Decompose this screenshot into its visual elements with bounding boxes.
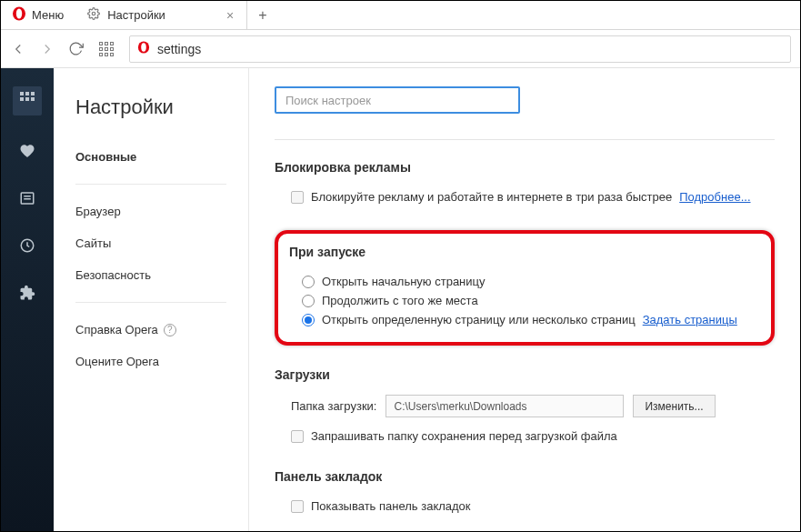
download-folder-label: Папка загрузки:: [291, 399, 376, 413]
opera-logo-icon: [12, 6, 26, 24]
section-title: При запуске: [285, 245, 764, 259]
new-tab-button[interactable]: +: [247, 7, 277, 24]
checkbox-icon[interactable]: [291, 191, 304, 204]
download-folder-input[interactable]: C:\Users\merku\Downloads: [385, 395, 624, 417]
svg-point-2: [92, 12, 95, 15]
startup-radio-1[interactable]: Открыть начальную страницу: [285, 272, 764, 291]
section-adblock: Блокировка рекламы Блокируйте рекламу и …: [275, 160, 775, 206]
nav-item-browser[interactable]: Браузер: [75, 196, 226, 227]
nav-item-main[interactable]: Основные: [75, 141, 226, 173]
section-bookmarks-bar: Панель закладок Показывать панель заклад…: [275, 469, 775, 516]
radio-icon[interactable]: [302, 276, 315, 288]
radio-icon[interactable]: [302, 314, 315, 326]
radio-icon[interactable]: [302, 295, 315, 307]
section-title: Блокировка рекламы: [275, 160, 775, 175]
startup-radio-2[interactable]: Продолжить с того же места: [285, 291, 764, 310]
titlebar: Меню Настройки × +: [1, 1, 800, 30]
search-input[interactable]: Поиск настроек: [275, 86, 520, 114]
download-ask-checkbox-row[interactable]: Запрашивать папку сохранения перед загру…: [275, 427, 775, 446]
reload-button[interactable]: [68, 41, 84, 56]
divider: [75, 302, 226, 303]
divider: [75, 184, 226, 185]
menu-label: Меню: [32, 8, 64, 22]
nav-item-help[interactable]: Справка Opera ?: [75, 314, 226, 346]
svg-rect-6: [25, 92, 29, 95]
divider: [275, 139, 775, 140]
bookmarks-bar-checkbox-row[interactable]: Показывать панель закладок: [275, 497, 775, 516]
checkbox-icon[interactable]: [291, 500, 304, 513]
page-title: Настройки: [75, 95, 226, 119]
section-title: Загрузки: [275, 367, 775, 382]
rail-news-icon[interactable]: [19, 190, 35, 210]
svg-rect-8: [20, 97, 24, 101]
speed-dial-button[interactable]: [96, 39, 116, 59]
address-text: settings: [157, 42, 201, 56]
back-button[interactable]: [10, 41, 26, 57]
tab-settings[interactable]: Настройки ×: [75, 1, 247, 29]
section-startup-highlight: При запуске Открыть начальную страницу П…: [275, 230, 775, 346]
svg-point-1: [16, 9, 22, 19]
close-icon[interactable]: ×: [221, 8, 239, 23]
rail-extensions-icon[interactable]: [19, 285, 35, 305]
forward-button[interactable]: [39, 41, 55, 57]
address-bar[interactable]: settings: [129, 35, 791, 63]
svg-rect-10: [31, 97, 35, 101]
gear-icon: [87, 7, 100, 23]
rail-history-icon[interactable]: [19, 237, 35, 257]
settings-sidebar: Настройки Основные Браузер Сайты Безопас…: [54, 68, 249, 531]
checkbox-icon[interactable]: [291, 430, 304, 443]
section-downloads: Загрузки Папка загрузки: C:\Users\merku\…: [275, 367, 775, 446]
svg-rect-9: [25, 97, 29, 101]
rail-heart-icon[interactable]: [19, 143, 35, 163]
startup-radio-3[interactable]: Открыть определенную страницу или нескол…: [285, 310, 764, 329]
rail-speed-dial-icon[interactable]: [13, 86, 42, 115]
svg-rect-5: [20, 92, 24, 95]
menu-button[interactable]: Меню: [1, 1, 75, 29]
nav-item-rate[interactable]: Оцените Opera: [75, 346, 226, 377]
nav-item-sites[interactable]: Сайты: [75, 227, 226, 259]
svg-rect-7: [31, 92, 35, 95]
svg-point-4: [141, 43, 146, 52]
section-title: Панель закладок: [275, 469, 775, 484]
set-pages-link[interactable]: Задать страницы: [643, 313, 737, 326]
adblock-checkbox-row[interactable]: Блокируйте рекламу и работайте в интерне…: [275, 187, 775, 206]
opera-logo-icon: [137, 41, 150, 57]
help-icon: ?: [164, 324, 176, 336]
toolbar: settings: [1, 30, 800, 68]
left-rail: [1, 68, 54, 531]
nav-item-security[interactable]: Безопасность: [75, 259, 226, 291]
adblock-learn-more-link[interactable]: Подробнее...: [679, 190, 750, 204]
tab-label: Настройки: [107, 8, 214, 22]
settings-content: Поиск настроек Блокировка рекламы Блокир…: [249, 68, 800, 531]
change-folder-button[interactable]: Изменить...: [633, 395, 715, 417]
